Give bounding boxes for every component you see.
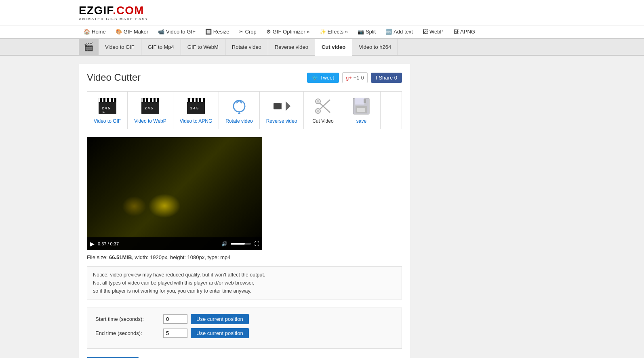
nav-crop[interactable]: ✂Crop xyxy=(234,25,261,38)
notice-line-3: so if the player is not working for you,… xyxy=(93,287,396,295)
page-header: Video Cutter 🐦 Tweet g+ +1 0 f Share 0 xyxy=(87,72,402,83)
svg-text:2 4 5: 2 4 5 xyxy=(190,106,198,110)
end-time-label: End time (seconds): xyxy=(95,330,160,336)
share-button[interactable]: f Share 0 xyxy=(371,73,402,83)
nav-webp[interactable]: 🖼WebP xyxy=(418,25,448,38)
svg-rect-23 xyxy=(203,98,205,102)
subnav-video-to-gif[interactable]: Video to GIF xyxy=(99,39,141,55)
apng-icon: 🖼 xyxy=(453,29,459,35)
video-gif-icon: 📹 xyxy=(158,29,164,35)
subnav-gif-to-webm[interactable]: GIF to WebM xyxy=(181,39,225,55)
nav-gif-maker[interactable]: 🎨GIF Maker xyxy=(111,25,153,38)
subnav-gif-to-mp4[interactable]: GIF to Mp4 xyxy=(141,39,181,55)
save-tool-icon xyxy=(351,96,371,116)
start-time-input[interactable] xyxy=(163,314,187,324)
nav-video-to-gif[interactable]: 📹Video to GIF xyxy=(153,25,200,38)
sub-nav: 🎬 Video to GIF GIF to Mp4 GIF to WebM Ro… xyxy=(0,39,644,56)
svg-rect-11 xyxy=(143,98,145,102)
notice-box: Notice: video preview may have reduced q… xyxy=(87,266,402,299)
start-time-row: Start time (seconds): Use current positi… xyxy=(95,314,394,324)
file-info: File size: 66.51MiB, width: 1920px, heig… xyxy=(87,254,402,260)
page-title: Video Cutter xyxy=(87,72,141,83)
subnav-cut-video[interactable]: Cut video xyxy=(315,39,352,56)
svg-rect-2 xyxy=(100,98,102,102)
tool-video-to-gif[interactable]: 2 4 5 ▶ Video to GIF xyxy=(87,92,128,129)
gplus-button[interactable]: g+ +1 0 xyxy=(342,72,368,83)
home-icon: 🏠 xyxy=(84,29,90,35)
svg-rect-13 xyxy=(150,98,152,102)
notice-line-1: Notice: video preview may have reduced q… xyxy=(93,271,396,279)
optimizer-icon: ⚙ xyxy=(266,29,271,35)
svg-rect-14 xyxy=(154,98,156,102)
nav-gif-optimizer[interactable]: ⚙GIF Optimizer » xyxy=(261,25,315,38)
video-apng-tool-icon: 2 4 5 xyxy=(186,96,206,116)
main-content: Video Cutter 🐦 Tweet g+ +1 0 f Share 0 xyxy=(79,64,410,358)
subnav-rotate-video[interactable]: Rotate video xyxy=(225,39,268,55)
logo-com: .COM xyxy=(113,4,144,17)
tool-rotate-video[interactable]: Rotate video xyxy=(219,92,259,129)
tool-cut-video[interactable]: Cut Video xyxy=(304,92,342,129)
svg-rect-20 xyxy=(192,98,194,102)
tweet-button[interactable]: 🐦 Tweet xyxy=(307,73,339,83)
svg-rect-36 xyxy=(355,98,364,105)
cut-video-tool-icon xyxy=(313,96,333,116)
video-player[interactable]: ▶ 0:37 / 0:37 🔊 ⛶ xyxy=(87,137,262,250)
sub-nav-clapper-icon: 🎬 xyxy=(79,39,99,55)
nav-split[interactable]: 📷Split xyxy=(353,25,381,38)
logo-subtitle: ANIMATED GIFS MADE EASY xyxy=(79,17,644,21)
fullscreen-button[interactable]: ⛶ xyxy=(254,241,259,247)
nav-home[interactable]: 🏠Home xyxy=(79,25,111,38)
video-glow-1 xyxy=(148,194,181,218)
subnav-video-to-h264[interactable]: Video to h264 xyxy=(352,39,398,55)
svg-rect-26 xyxy=(274,103,281,109)
svg-rect-3 xyxy=(103,98,105,102)
split-icon: 📷 xyxy=(358,29,364,35)
nav-add-text[interactable]: 🔤Add text xyxy=(381,25,418,38)
tool-video-to-apng[interactable]: 2 4 5 Video to APNG xyxy=(173,92,219,129)
svg-rect-12 xyxy=(146,98,148,102)
gplus-icon: g+ xyxy=(346,75,352,81)
svg-rect-6 xyxy=(114,98,116,102)
video-webp-tool-icon: 2 4 5 xyxy=(141,96,160,116)
start-use-current-button[interactable]: Use current position xyxy=(191,314,249,324)
video-glow-2 xyxy=(122,196,146,216)
add-text-icon: 🔤 xyxy=(385,29,392,35)
end-use-current-button[interactable]: Use current position xyxy=(191,328,249,338)
nav-apng[interactable]: 🖼APNG xyxy=(448,25,480,38)
nav-effects[interactable]: ✨Effects » xyxy=(315,25,353,38)
svg-rect-4 xyxy=(107,98,109,102)
crop-icon: ✂ xyxy=(239,29,244,35)
svg-rect-21 xyxy=(196,98,198,102)
end-time-row: End time (seconds): Use current position xyxy=(95,328,394,338)
tool-video-to-webp[interactable]: 2 4 5 Video to WebP xyxy=(128,92,173,129)
tool-save[interactable]: save xyxy=(342,92,381,129)
time-display: 0:37 / 0:37 xyxy=(98,241,119,246)
svg-point-33 xyxy=(317,110,319,112)
volume-button[interactable]: 🔊 xyxy=(221,241,227,247)
logo-ez: EZGIF xyxy=(79,4,113,17)
reverse-video-tool-icon xyxy=(272,96,291,116)
nav-resize[interactable]: 🔲Resize xyxy=(200,25,234,38)
cut-form: Start time (seconds): Use current positi… xyxy=(87,308,402,349)
social-buttons: 🐦 Tweet g+ +1 0 f Share 0 xyxy=(307,72,402,83)
tool-reverse-video[interactable]: Reverse video xyxy=(260,92,304,129)
svg-rect-5 xyxy=(111,98,113,102)
effects-icon: ✨ xyxy=(320,29,326,35)
play-button[interactable]: ▶ xyxy=(90,241,95,247)
logo-area: EZGIF.COM ANIMATED GIFS MADE EASY xyxy=(0,0,644,25)
subnav-reverse-video[interactable]: Reverse video xyxy=(268,39,315,55)
svg-marker-27 xyxy=(286,101,290,111)
video-gif-tool-icon: 2 4 5 ▶ xyxy=(98,96,117,116)
volume-fill xyxy=(231,243,245,245)
resize-icon: 🔲 xyxy=(205,29,212,35)
svg-rect-15 xyxy=(157,98,159,102)
video-controls: ▶ 0:37 / 0:37 🔊 ⛶ xyxy=(87,237,262,250)
volume-slider[interactable] xyxy=(231,243,251,245)
end-time-input[interactable] xyxy=(163,329,187,338)
svg-rect-19 xyxy=(188,98,190,102)
file-size: 66.51MiB xyxy=(109,254,132,260)
rotate-video-tool-icon xyxy=(229,96,249,116)
facebook-icon: f xyxy=(376,75,377,81)
svg-text:2 4 5: 2 4 5 xyxy=(145,106,153,110)
svg-point-34 xyxy=(317,100,319,103)
